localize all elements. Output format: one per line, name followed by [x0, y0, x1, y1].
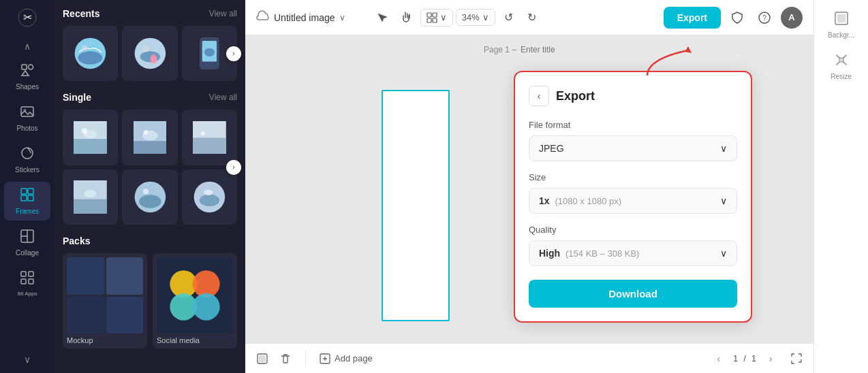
quality-select[interactable]: High (154 KB – 308 KB) ∨	[529, 240, 737, 266]
prev-page-btn[interactable]: ‹	[710, 350, 728, 368]
shield-btn[interactable]	[726, 7, 748, 29]
single-next-btn[interactable]: ›	[226, 160, 241, 175]
svg-marker-58	[685, 46, 692, 53]
svg-rect-17	[29, 279, 33, 284]
export-back-btn[interactable]: ‹	[529, 86, 549, 106]
pack-mockup[interactable]: Mockup	[63, 253, 147, 348]
sidebar-item-label-stickers: Stickers	[15, 166, 40, 174]
svg-text:✂: ✂	[23, 12, 32, 23]
sidebar-scroll-up[interactable]: ∧	[21, 38, 33, 54]
svg-point-19	[78, 51, 103, 65]
resize-icon	[834, 52, 849, 71]
pack-mockup-label: Mockup	[67, 336, 143, 344]
single-view-all[interactable]: View all	[209, 93, 237, 102]
svg-rect-29	[74, 139, 107, 155]
single-section: Single View all	[63, 92, 237, 225]
sidebar-item-label-frames: Frames	[16, 208, 39, 215]
canvas-area[interactable]: Page 1 – ‹ Export File format JPEG ∨	[245, 35, 813, 373]
page-label: Page 1 –	[484, 45, 575, 54]
size-label: Size	[529, 172, 737, 182]
svg-point-24	[150, 54, 157, 63]
recents-section: Recents View all	[63, 8, 237, 81]
resize-btn[interactable]: Resize	[818, 47, 865, 86]
photos-icon	[20, 104, 35, 123]
sidebar-item-collage[interactable]: Collage	[4, 223, 50, 262]
file-format-chevron-icon: ∨	[720, 143, 727, 154]
sidebar-item-shapes[interactable]: Shapes	[4, 57, 50, 96]
svg-point-35	[143, 130, 148, 135]
add-page-btn[interactable]: Add page	[320, 353, 373, 364]
single-thumb-1[interactable]	[63, 110, 118, 165]
hand-tool-btn[interactable]	[396, 7, 418, 29]
export-button[interactable]: Export	[664, 7, 721, 29]
fullscreen-btn[interactable]	[790, 353, 803, 365]
save-to-cloud-icon[interactable]	[256, 10, 270, 25]
recents-view-all[interactable]: View all	[209, 9, 237, 18]
help-btn[interactable]: ?	[754, 7, 775, 29]
svg-point-22	[140, 51, 159, 62]
user-avatar[interactable]: A	[781, 7, 803, 29]
svg-rect-16	[21, 279, 26, 284]
library-panel: Recents View all	[55, 0, 245, 373]
recent-thumb-1[interactable]	[63, 26, 118, 81]
single-thumb-5[interactable]	[122, 169, 177, 225]
zoom-level: 34%	[462, 12, 480, 22]
svg-rect-15	[29, 272, 33, 276]
single-thumb-6[interactable]	[182, 169, 237, 225]
svg-rect-55	[433, 18, 437, 22]
svg-rect-2	[22, 65, 27, 69]
sidebar-item-photos[interactable]: Photos	[4, 99, 50, 137]
zoom-btn[interactable]: 34% ∨	[456, 9, 495, 26]
background-icon	[834, 11, 849, 29]
frames-icon	[20, 187, 35, 206]
undo-btn[interactable]: ↺	[498, 7, 520, 29]
select-tool-btn[interactable]	[371, 7, 393, 29]
quality-label: Quality	[529, 225, 737, 235]
toolbar-title-chevron[interactable]: ∨	[339, 13, 345, 22]
svg-rect-52	[427, 13, 431, 17]
download-button[interactable]: Download	[529, 280, 737, 308]
single-thumb-3[interactable]	[182, 110, 237, 165]
toolbar-tools: ∨ 34% ∨ ↺ ↻	[371, 7, 543, 29]
svg-rect-37	[193, 137, 226, 154]
size-value: 1x (1080 x 1080 px)	[539, 195, 720, 206]
sidebar-item-frames[interactable]: Frames	[4, 182, 50, 221]
page-current: 1	[733, 353, 738, 363]
single-thumb-2[interactable]	[122, 110, 177, 165]
recents-next-btn[interactable]: ›	[226, 46, 241, 61]
shapes-icon	[20, 63, 35, 81]
page-title-input[interactable]	[521, 45, 575, 54]
single-title: Single	[63, 92, 91, 103]
background-btn[interactable]: Backgr...	[818, 5, 865, 44]
size-select[interactable]: 1x (1080 x 1080 px) ∨	[529, 188, 737, 214]
size-field: Size 1x (1080 x 1080 px) ∨	[529, 172, 737, 214]
svg-rect-14	[21, 272, 26, 276]
sidebar-item-stickers[interactable]: Stickers	[4, 140, 50, 179]
recent-thumb-2[interactable]	[122, 26, 177, 81]
single-thumb-4[interactable]	[63, 169, 118, 225]
svg-rect-7	[21, 189, 27, 194]
svg-point-27	[204, 48, 215, 56]
file-format-field: File format JPEG ∨	[529, 120, 737, 161]
stickers-icon	[20, 146, 35, 164]
sidebar-item-label-apps: 88 Apps	[18, 291, 37, 297]
bottom-bar: Add page ‹ 1 / 1 ›	[245, 343, 813, 373]
next-page-btn[interactable]: ›	[762, 350, 779, 368]
svg-rect-4	[21, 107, 33, 116]
redo-btn[interactable]: ↻	[521, 7, 543, 29]
app-logo[interactable]: ✂	[15, 5, 40, 30]
sidebar-scroll-down[interactable]: ∨	[21, 351, 33, 368]
svg-point-41	[84, 190, 97, 197]
pack-social-media[interactable]: Social media	[153, 253, 237, 348]
page-thumbnail-btn[interactable]	[256, 353, 268, 365]
background-label: Backgr...	[828, 31, 854, 39]
file-format-select[interactable]: JPEG ∨	[529, 135, 737, 161]
layout-btn[interactable]: ∨	[420, 9, 453, 27]
svg-rect-60	[259, 355, 266, 362]
sidebar-item-label-photos: Photos	[16, 125, 37, 132]
svg-rect-33	[134, 141, 167, 155]
delete-page-btn[interactable]	[279, 353, 292, 365]
sidebar-item-label-collage: Collage	[16, 249, 39, 257]
svg-point-46	[200, 194, 219, 206]
sidebar-item-apps[interactable]: 88 Apps	[4, 265, 50, 302]
